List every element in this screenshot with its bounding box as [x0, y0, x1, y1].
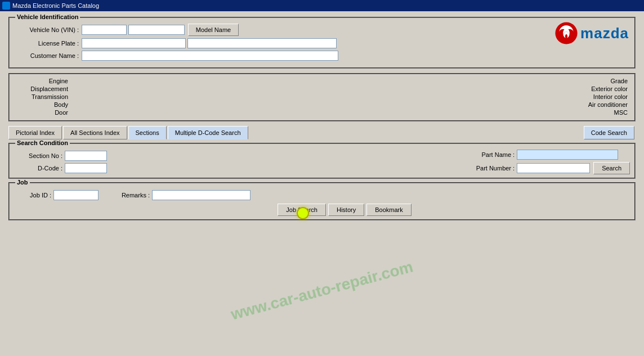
vinfo-right: Grade Exterior color Interior color Air … — [322, 78, 630, 117]
tab-code-search[interactable]: Code Search — [584, 126, 634, 139]
section-no-row: Section No : — [14, 151, 107, 161]
exterior-color-row: Exterior color — [322, 85, 630, 92]
mazda-logo: mazda — [554, 21, 629, 45]
mazda-emblem-icon — [554, 21, 578, 45]
license-plate-row: License Plate : — [14, 38, 630, 48]
d-code-input[interactable] — [65, 163, 107, 173]
search-right-col: Part Name : Part Number : Search — [466, 150, 630, 174]
part-number-label: Part Number : — [466, 165, 517, 172]
part-number-row: Part Number : Search — [466, 162, 630, 174]
tab-pictorial-index[interactable]: Pictorial Index — [8, 126, 62, 139]
tab-row: Pictorial Index All Sections Index Secti… — [8, 126, 636, 139]
transmission-label: Transmission — [14, 93, 70, 100]
part-name-input[interactable] — [517, 150, 618, 160]
window-title: Mazda Electronic Parts Catalog — [12, 2, 99, 9]
vin-input-part2[interactable] — [128, 25, 185, 35]
door-row: Door — [14, 109, 322, 116]
title-bar: Mazda Electronic Parts Catalog — [0, 0, 644, 11]
search-condition-panel: Search Condition Section No : D-Code : P… — [8, 143, 636, 179]
msc-label: MSC — [574, 109, 630, 116]
job-id-row: Job ID : Remarks : — [14, 190, 630, 200]
search-button[interactable]: Search — [593, 162, 630, 174]
app-icon — [2, 2, 10, 10]
search-rows: Section No : D-Code : Part Name : Part N… — [14, 150, 630, 174]
vin-input-part1[interactable] — [82, 25, 127, 35]
part-name-label: Part Name : — [466, 151, 517, 158]
history-button[interactable]: History — [328, 204, 364, 216]
displacement-label: Displacement — [14, 85, 70, 92]
customer-name-row: Customer Name : — [14, 51, 630, 61]
license-plate-input2[interactable] — [187, 38, 337, 48]
door-label: Door — [14, 109, 70, 116]
license-plate-input[interactable] — [82, 38, 186, 48]
tab-multiple-d-code-search[interactable]: Multiple D-Code Search — [168, 126, 248, 139]
customer-name-label: Customer Name : — [14, 52, 82, 59]
job-buttons-row: Job Search History Bookmark — [59, 204, 630, 216]
part-number-input[interactable] — [517, 163, 590, 173]
vehicle-info-panel: Engine Displacement Transmission Body Do… — [8, 73, 636, 121]
section-no-input[interactable] — [65, 151, 107, 161]
mazda-logo-area: mazda — [554, 21, 629, 45]
license-plate-label: License Plate : — [14, 40, 82, 47]
tab-all-sections-index[interactable]: All Sections Index — [63, 126, 127, 139]
vi-legend: Vehicle Identification — [15, 13, 80, 20]
vin-label: Vehicle No (VIN) : — [14, 26, 82, 33]
msc-row: MSC — [322, 109, 630, 116]
air-conditioner-label: Air conditioner — [562, 101, 630, 108]
vehicle-identification-panel: Vehicle Identification mazda Vehicle No … — [8, 17, 636, 69]
search-legend: Search Condition — [15, 139, 70, 146]
tab-sections[interactable]: Sections — [128, 126, 167, 139]
job-panel: Job Job ID : Remarks : Job Search Histor… — [8, 182, 636, 220]
customer-name-input[interactable] — [82, 51, 338, 61]
displacement-row: Displacement — [14, 85, 322, 92]
section-no-label: Section No : — [14, 152, 65, 159]
job-legend: Job — [15, 179, 30, 186]
engine-label: Engine — [14, 78, 70, 84]
transmission-row: Transmission — [14, 93, 322, 100]
body-row: Body — [14, 101, 322, 108]
remarks-label: Remarks : — [115, 192, 152, 199]
d-code-label: D-Code : — [14, 165, 65, 172]
job-id-input[interactable] — [53, 190, 99, 200]
exterior-color-label: Exterior color — [574, 85, 630, 92]
bookmark-button[interactable]: Bookmark — [366, 204, 412, 216]
vinfo-inner: Engine Displacement Transmission Body Do… — [14, 78, 630, 117]
job-search-button[interactable]: Job Search — [278, 204, 326, 216]
model-name-button[interactable]: Model Name — [188, 24, 239, 36]
body-label: Body — [14, 101, 70, 108]
vin-row: Vehicle No (VIN) : Model Name — [14, 24, 630, 36]
grade-row: Grade — [322, 78, 630, 84]
remarks-input[interactable] — [152, 190, 251, 200]
interior-color-label: Interior color — [574, 93, 630, 100]
d-code-row: D-Code : — [14, 163, 107, 173]
interior-color-row: Interior color — [322, 93, 630, 100]
job-id-label: Job ID : — [14, 192, 53, 199]
search-left-col: Section No : D-Code : — [14, 151, 107, 173]
grade-label: Grade — [574, 78, 630, 84]
engine-row: Engine — [14, 78, 322, 84]
air-conditioner-row: Air conditioner — [322, 101, 630, 108]
main-content: Vehicle Identification mazda Vehicle No … — [0, 11, 644, 226]
part-name-row: Part Name : — [466, 150, 630, 160]
mazda-brand-text: mazda — [580, 25, 629, 42]
vinfo-left: Engine Displacement Transmission Body Do… — [14, 78, 322, 117]
